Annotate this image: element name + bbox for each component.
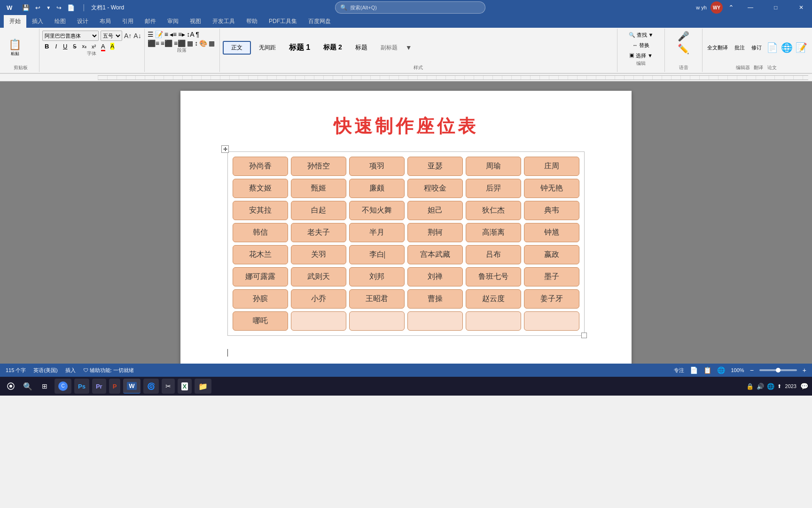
style-heading[interactable]: 标题 xyxy=(350,41,373,54)
seat-cell[interactable]: 姜子牙 xyxy=(524,289,579,309)
tab-layout[interactable]: 布局 xyxy=(94,15,117,28)
system-tray[interactable]: 🔒 🔊 🌐 ⬆ xyxy=(746,383,781,390)
table-move-handle[interactable]: ✛ xyxy=(221,145,229,153)
strikethrough-button[interactable]: S̶ xyxy=(71,43,78,50)
seat-cell[interactable]: 程咬金 xyxy=(407,179,463,198)
quick-redo-icon[interactable]: ↪ xyxy=(55,4,63,11)
seat-cell[interactable]: 庄周 xyxy=(524,157,579,176)
font-family-select[interactable]: 阿里巴巴普惠体 xyxy=(42,31,99,41)
style-heading1[interactable]: 标题 1 xyxy=(284,40,315,55)
style-heading2[interactable]: 标题 2 xyxy=(318,41,347,54)
seat-cell-empty[interactable] xyxy=(524,311,579,331)
taskbar-capcut[interactable]: ✂ xyxy=(162,379,175,394)
seat-cell[interactable]: 半月 xyxy=(349,223,405,242)
seat-cell-empty[interactable] xyxy=(466,311,521,331)
tab-pdf[interactable]: PDF工具集 xyxy=(263,15,303,28)
align-right-button[interactable]: ≡⬛ xyxy=(174,40,186,47)
seat-cell[interactable]: 不知火舞 xyxy=(349,201,405,220)
seat-cell[interactable]: 宫本武藏 xyxy=(407,245,463,264)
seat-cell[interactable]: 李白 xyxy=(349,245,405,264)
quick-save-icon[interactable]: 💾 xyxy=(21,4,31,11)
seat-cell[interactable]: 安其拉 xyxy=(233,201,288,220)
seat-cell[interactable]: 白起 xyxy=(291,201,346,220)
seat-cell[interactable]: 孙悟空 xyxy=(291,157,346,176)
seat-cell[interactable]: 娜可露露 xyxy=(233,267,288,286)
seat-cell[interactable]: 吕布 xyxy=(466,245,521,264)
quick-print-icon[interactable]: 📄 xyxy=(66,4,76,11)
web-layout-button[interactable]: 🌐 xyxy=(717,366,725,374)
user-avatar[interactable]: WY xyxy=(710,1,723,14)
tab-mailings[interactable]: 邮件 xyxy=(139,15,162,28)
clock[interactable]: 2023 xyxy=(785,383,796,389)
seat-cell[interactable]: 甄姬 xyxy=(291,179,346,198)
translate-icon[interactable]: 🌐 xyxy=(781,42,793,53)
zoom-in-button[interactable]: + xyxy=(803,366,806,374)
bold-button[interactable]: B xyxy=(42,42,51,50)
seat-cell[interactable]: 廉颇 xyxy=(349,179,405,198)
paper-icon[interactable]: 📄 xyxy=(766,42,778,53)
seat-cell[interactable]: 鲁班七号 xyxy=(466,267,521,286)
print-layout-button[interactable]: 📄 xyxy=(690,366,698,374)
seat-cell[interactable]: 钟无艳 xyxy=(524,179,579,198)
seat-cell[interactable]: 赵云度 xyxy=(466,289,521,309)
tab-references[interactable]: 引用 xyxy=(117,15,139,28)
taskbar-word[interactable]: W xyxy=(123,379,140,394)
select-button[interactable]: ▣ 选择 ▼ xyxy=(626,51,656,60)
undo-dropdown[interactable]: ▼ xyxy=(45,5,52,10)
taskbar-cortana[interactable]: 🌀 xyxy=(143,379,159,394)
decrease-font-button[interactable]: A↓ xyxy=(133,32,141,40)
thesis-icon[interactable]: 📝 xyxy=(796,42,807,53)
font-size-select[interactable]: 五号 xyxy=(101,31,122,41)
italic-button[interactable]: I xyxy=(53,42,59,50)
insert-mode[interactable]: 插入 xyxy=(65,367,76,374)
style-no-spacing[interactable]: 无间距 xyxy=(254,41,281,54)
seat-cell[interactable]: 曹操 xyxy=(407,289,463,309)
seat-cell[interactable]: 王昭君 xyxy=(349,289,405,309)
taskbar-photoshop[interactable]: Ps xyxy=(74,379,89,394)
seat-cell[interactable]: 嬴政 xyxy=(524,245,579,264)
outline-button[interactable]: ≡ xyxy=(164,31,168,38)
seat-cell[interactable]: 刘禅 xyxy=(407,267,463,286)
dictate-button[interactable]: 🎤 xyxy=(678,31,689,42)
tab-home[interactable]: 开始 xyxy=(4,15,26,28)
seat-cell[interactable]: 老夫子 xyxy=(291,223,346,242)
seat-cell-empty[interactable] xyxy=(407,311,463,331)
seat-cell[interactable]: 后羿 xyxy=(466,179,521,198)
task-view-button[interactable]: ⊞ xyxy=(38,379,52,393)
style-normal[interactable]: 正文 xyxy=(223,41,251,55)
taskbar-files[interactable]: 📁 xyxy=(195,379,211,394)
taskbar-powerpoint[interactable]: P xyxy=(109,379,121,394)
seat-cell[interactable]: 钟馗 xyxy=(524,223,579,242)
editor-button[interactable]: ✏️ xyxy=(678,43,689,55)
sort-button[interactable]: ↕A xyxy=(187,31,194,38)
taskbar-chrome[interactable]: C xyxy=(55,379,71,394)
font-color-button[interactable]: A xyxy=(99,42,107,50)
start-button[interactable] xyxy=(4,379,18,393)
seat-cell[interactable]: 亚瑟 xyxy=(407,157,463,176)
seat-cell[interactable]: 花木兰 xyxy=(233,245,288,264)
seat-cell[interactable]: 周瑜 xyxy=(466,157,521,176)
replace-button[interactable]: ↔ 替换 xyxy=(630,41,652,50)
quick-undo-icon[interactable]: ↩ xyxy=(34,4,42,11)
justify-button[interactable]: ▦ xyxy=(187,40,193,47)
seat-cell[interactable]: 哪吒 xyxy=(233,311,288,331)
full-text-translate-button[interactable]: 全文翻译 xyxy=(705,43,730,52)
tab-design[interactable]: 设计 xyxy=(71,15,94,28)
seat-cell[interactable]: 荆轲 xyxy=(407,223,463,242)
increase-font-button[interactable]: A↑ xyxy=(124,32,132,40)
tab-baidu[interactable]: 百度网盘 xyxy=(303,15,336,28)
underline-button[interactable]: U xyxy=(61,42,70,50)
highlight-button[interactable]: A xyxy=(109,42,117,50)
maximize-button[interactable]: □ xyxy=(765,0,787,15)
zoom-slider[interactable] xyxy=(759,369,797,371)
table-resize-handle[interactable] xyxy=(581,333,587,338)
focus-mode-button[interactable]: 专注 xyxy=(674,367,684,374)
seat-cell-empty[interactable] xyxy=(291,311,346,331)
seat-cell[interactable]: 项羽 xyxy=(349,157,405,176)
notification-button[interactable]: 💬 xyxy=(800,382,808,390)
search-taskbar-button[interactable]: 🔍 xyxy=(21,379,35,393)
indent-increase-button[interactable]: ≡▸ xyxy=(178,31,185,38)
tab-help[interactable]: 帮助 xyxy=(241,15,263,28)
indent-decrease-button[interactable]: ◂≡ xyxy=(170,31,177,38)
tab-developer[interactable]: 开发工具 xyxy=(207,15,241,28)
